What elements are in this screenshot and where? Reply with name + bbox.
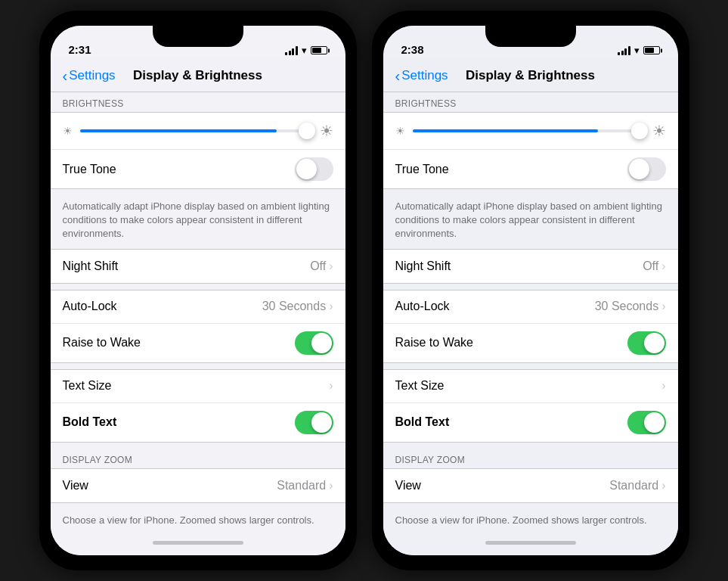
night-shift-group-2: Night Shift Off › xyxy=(383,249,678,284)
bold-text-row-1[interactable]: Bold Text xyxy=(51,403,345,442)
true-tone-toggle-2[interactable] xyxy=(627,157,666,181)
zoom-group-1: View Standard › xyxy=(51,468,345,503)
status-time-2: 2:38 xyxy=(401,43,424,56)
view-row-2[interactable]: View Standard › xyxy=(383,469,678,502)
true-tone-label-1: True Tone xyxy=(63,163,295,176)
brightness-thumb-1[interactable] xyxy=(299,123,315,139)
brightness-thumb-2[interactable] xyxy=(631,123,648,139)
night-shift-row-1[interactable]: Night Shift Off › xyxy=(51,250,345,283)
status-time-1: 2:31 xyxy=(69,43,91,56)
auto-lock-row-2[interactable]: Auto-Lock 30 Seconds › xyxy=(383,290,678,324)
raise-to-wake-row-2[interactable]: Raise to Wake xyxy=(383,324,678,362)
text-group-1: Text Size › Bold Text xyxy=(51,369,345,443)
true-tone-toggle-1[interactable] xyxy=(295,157,333,181)
true-tone-description-1: Automatically adapt iPhone display based… xyxy=(51,195,345,249)
night-shift-group-1: Night Shift Off › xyxy=(51,249,345,284)
home-bar-1 xyxy=(153,541,243,545)
view-value-1: Standard xyxy=(277,479,326,492)
phone-1: 2:31 ▾ ‹ Settings Display & Brightn xyxy=(39,11,357,570)
nav-bar-2: ‹ Settings Display & Brightness xyxy=(383,59,678,92)
auto-lock-label-1: Auto-Lock xyxy=(63,300,262,313)
battery-icon-2 xyxy=(643,46,660,54)
view-label-2: View xyxy=(395,479,610,492)
bold-text-row-2[interactable]: Bold Text xyxy=(383,403,678,442)
raise-to-wake-toggle-2[interactable] xyxy=(627,331,666,355)
auto-lock-label-2: Auto-Lock xyxy=(395,300,595,313)
content-2: BRIGHTNESS ☀ ☀ True Tone Auto xyxy=(383,92,678,530)
true-tone-row-1[interactable]: True Tone xyxy=(51,150,345,188)
signal-icon-2 xyxy=(618,46,630,55)
back-button-1[interactable]: ‹ Settings xyxy=(63,68,116,83)
view-chevron-1: › xyxy=(329,479,333,492)
auto-lock-chevron-1: › xyxy=(329,300,333,313)
back-label-1: Settings xyxy=(69,68,115,83)
raise-to-wake-label-2: Raise to Wake xyxy=(395,336,627,350)
status-icons-1: ▾ xyxy=(285,45,327,56)
chevron-left-icon-2: ‹ xyxy=(395,68,401,83)
raise-to-wake-thumb-1 xyxy=(311,333,332,353)
phone-2-screen: 2:38 ▾ ‹ Settings Display & Brightn xyxy=(383,26,678,555)
true-tone-thumb-2 xyxy=(629,159,649,179)
text-group-2: Text Size › Bold Text xyxy=(383,369,678,443)
text-size-chevron-2: › xyxy=(661,379,665,393)
nav-title-1: Display & Brightness xyxy=(133,68,262,83)
notch-2 xyxy=(485,26,576,47)
view-row-1[interactable]: View Standard › xyxy=(51,469,345,502)
night-shift-row-2[interactable]: Night Shift Off › xyxy=(383,250,678,283)
brightness-group-2: ☀ ☀ True Tone xyxy=(383,112,678,189)
bold-text-toggle-2[interactable] xyxy=(627,411,666,434)
bold-text-label-1: Bold Text xyxy=(63,415,295,429)
sun-small-icon-1: ☀ xyxy=(63,125,73,137)
bold-text-thumb-1 xyxy=(311,412,332,433)
raise-to-wake-thumb-2 xyxy=(644,333,664,353)
brightness-track-2[interactable] xyxy=(413,129,645,132)
text-size-row-2[interactable]: Text Size › xyxy=(383,370,678,403)
night-shift-label-2: Night Shift xyxy=(395,259,643,273)
home-indicator-2 xyxy=(383,530,678,555)
auto-lock-chevron-2: › xyxy=(661,300,665,313)
bold-text-thumb-2 xyxy=(644,412,664,433)
zoom-description-1: Choose a view for iPhone. Zoomed shows l… xyxy=(51,509,345,530)
text-size-chevron-1: › xyxy=(329,379,333,393)
zoom-group-2: View Standard › xyxy=(383,468,678,503)
zoom-description-2: Choose a view for iPhone. Zoomed shows l… xyxy=(383,509,678,530)
display-zoom-header-1: DISPLAY ZOOM xyxy=(51,449,345,468)
phone-1-screen: 2:31 ▾ ‹ Settings Display & Brightn xyxy=(51,26,345,555)
battery-icon-1 xyxy=(311,46,327,54)
brightness-fill-1 xyxy=(80,129,277,132)
brightness-slider-row-1[interactable]: ☀ ☀ xyxy=(51,113,345,150)
sun-large-icon-2: ☀ xyxy=(652,122,666,140)
night-shift-chevron-2: › xyxy=(661,259,665,273)
brightness-header-2: BRIGHTNESS xyxy=(383,92,678,112)
night-shift-chevron-1: › xyxy=(329,259,333,273)
brightness-header-1: BRIGHTNESS xyxy=(51,92,345,112)
notch xyxy=(153,26,243,47)
bold-text-toggle-1[interactable] xyxy=(295,411,333,434)
raise-to-wake-toggle-1[interactable] xyxy=(295,331,333,355)
true-tone-row-2[interactable]: True Tone xyxy=(383,150,678,188)
chevron-left-icon-1: ‹ xyxy=(63,68,68,83)
sun-small-icon-2: ☀ xyxy=(395,125,405,137)
display-zoom-header-2: DISPLAY ZOOM xyxy=(383,449,678,468)
phone-2: 2:38 ▾ ‹ Settings Display & Brightn xyxy=(372,11,689,570)
brightness-group-1: ☀ ☀ True Tone xyxy=(51,112,345,189)
text-size-label-2: Text Size xyxy=(395,379,662,393)
raise-to-wake-row-1[interactable]: Raise to Wake xyxy=(51,324,345,362)
nav-title-2: Display & Brightness xyxy=(466,68,595,83)
auto-lock-row-1[interactable]: Auto-Lock 30 Seconds › xyxy=(51,290,345,324)
text-size-row-1[interactable]: Text Size › xyxy=(51,370,345,403)
brightness-track-1[interactable] xyxy=(80,129,312,132)
back-button-2[interactable]: ‹ Settings xyxy=(395,68,448,83)
home-bar-2 xyxy=(485,541,576,545)
signal-icon-1 xyxy=(285,46,298,55)
auto-lock-value-2: 30 Seconds xyxy=(595,300,659,313)
true-tone-description-2: Automatically adapt iPhone display based… xyxy=(383,195,678,249)
brightness-slider-row-2[interactable]: ☀ ☀ xyxy=(383,113,678,150)
true-tone-thumb-1 xyxy=(296,159,317,179)
nav-bar-1: ‹ Settings Display & Brightness xyxy=(51,59,345,92)
bold-text-label-2: Bold Text xyxy=(395,415,627,429)
true-tone-label-2: True Tone xyxy=(395,163,627,176)
auto-lock-value-1: 30 Seconds xyxy=(262,300,327,313)
view-value-2: Standard xyxy=(609,479,658,492)
content-1: BRIGHTNESS ☀ ☀ True Tone xyxy=(51,92,345,530)
